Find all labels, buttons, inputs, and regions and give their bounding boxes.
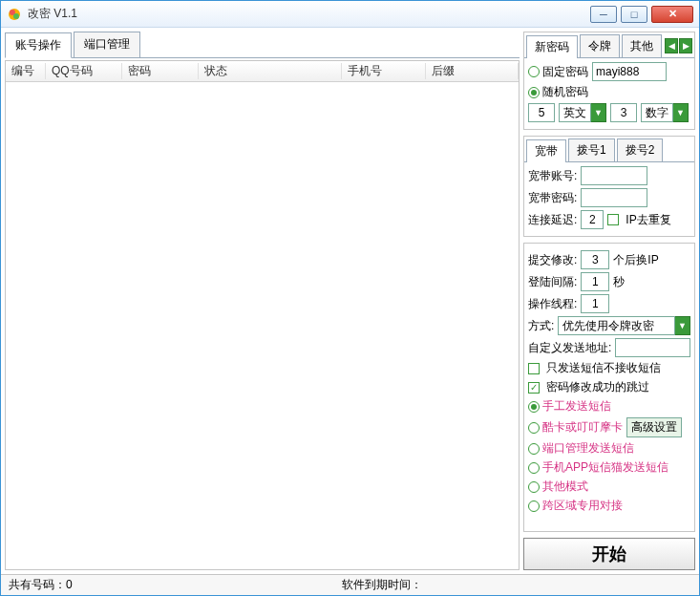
ip-dedup-checkbox[interactable] bbox=[607, 214, 619, 225]
col-status[interactable]: 状态 bbox=[199, 63, 342, 79]
network-panel: 宽带 拨号1 拨号2 宽带账号: 宽带密码: 连接延迟: IP去重复 bbox=[523, 136, 695, 237]
thread-count-input[interactable] bbox=[581, 294, 609, 313]
window-title: 改密 V1.1 bbox=[28, 6, 590, 22]
maximize-button[interactable]: □ bbox=[621, 6, 647, 23]
radio-port-sms[interactable]: 端口管理发送短信 bbox=[528, 440, 634, 457]
radio-random-password[interactable]: 随机密码 bbox=[528, 84, 588, 100]
col-phone[interactable]: 手机号 bbox=[342, 63, 426, 79]
svg-point-2 bbox=[13, 13, 19, 19]
chevron-down-icon[interactable]: ▼ bbox=[675, 316, 690, 335]
radio-other-mode[interactable]: 其他模式 bbox=[528, 479, 588, 495]
chevron-down-icon[interactable]: ▼ bbox=[591, 103, 606, 122]
tab-other[interactable]: 其他 bbox=[622, 34, 662, 57]
broadband-account-input[interactable] bbox=[581, 166, 647, 185]
grid-header: 编号 QQ号码 密码 状态 手机号 后缀 bbox=[6, 61, 519, 82]
password-panel: 新密码 令牌 其他 ◀ ▶ 固定密码 随机密码 英文▼ bbox=[523, 32, 695, 130]
minimize-button[interactable]: ─ bbox=[590, 6, 617, 23]
app-icon bbox=[7, 7, 22, 22]
tab-dial1[interactable]: 拨号1 bbox=[568, 138, 615, 161]
submit-count-input[interactable] bbox=[581, 250, 609, 269]
random-len1-input[interactable] bbox=[528, 103, 555, 122]
mode-select[interactable]: 优先使用令牌改密▼ bbox=[558, 316, 690, 335]
random-type1-select[interactable]: 英文▼ bbox=[559, 103, 606, 122]
tab-dial2[interactable]: 拨号2 bbox=[617, 138, 664, 161]
col-password[interactable]: 密码 bbox=[122, 63, 199, 79]
only-send-sms-checkbox[interactable] bbox=[528, 363, 540, 374]
skip-success-checkbox[interactable]: ✓ bbox=[528, 382, 540, 394]
radio-cross-region[interactable]: 跨区域专用对接 bbox=[528, 498, 623, 514]
titlebar: 改密 V1.1 ─ □ ✕ bbox=[1, 1, 699, 28]
tab-account-ops[interactable]: 账号操作 bbox=[5, 32, 72, 58]
status-expire: 软件到期时间： bbox=[342, 577, 422, 593]
col-suffix[interactable]: 后缀 bbox=[426, 63, 519, 79]
radio-kuka[interactable]: 酷卡或叮叮摩卡 bbox=[528, 419, 623, 436]
advanced-settings-button[interactable]: 高级设置 bbox=[626, 417, 682, 437]
col-index[interactable]: 编号 bbox=[6, 63, 46, 79]
connect-delay-input[interactable] bbox=[581, 210, 604, 229]
login-interval-input[interactable] bbox=[581, 272, 609, 291]
random-type2-select[interactable]: 数字▼ bbox=[641, 103, 689, 122]
broadband-password-input[interactable] bbox=[581, 188, 647, 207]
grid-body bbox=[6, 82, 519, 570]
radio-app-sms[interactable]: 手机APP短信猫发送短信 bbox=[528, 459, 668, 476]
tab-port-mgmt[interactable]: 端口管理 bbox=[74, 32, 140, 57]
account-grid[interactable]: 编号 QQ号码 密码 状态 手机号 后缀 ◀ ▶ bbox=[5, 60, 520, 570]
radio-manual-sms[interactable]: 手工发送短信 bbox=[528, 398, 611, 415]
tab-broadband[interactable]: 宽带 bbox=[526, 139, 566, 162]
chevron-down-icon[interactable]: ▼ bbox=[673, 103, 689, 122]
random-len2-input[interactable] bbox=[610, 103, 637, 122]
left-tabs: 账号操作 端口管理 bbox=[5, 32, 520, 58]
radio-fixed-password[interactable]: 固定密码 bbox=[528, 64, 588, 80]
broadband-account-label: 宽带账号: bbox=[528, 168, 577, 184]
broadband-password-label: 宽带密码: bbox=[528, 190, 577, 206]
tabs-next-icon[interactable]: ▶ bbox=[679, 38, 692, 53]
status-bar: 共有号码：0 软件到期时间： bbox=[1, 574, 699, 595]
close-button[interactable]: ✕ bbox=[651, 6, 693, 23]
col-qq[interactable]: QQ号码 bbox=[46, 63, 122, 79]
tab-new-password[interactable]: 新密码 bbox=[526, 35, 578, 58]
connect-delay-label: 连接延迟: bbox=[528, 212, 577, 228]
tabs-prev-icon[interactable]: ◀ bbox=[665, 38, 678, 53]
status-total: 共有号码：0 bbox=[9, 577, 73, 593]
start-button[interactable]: 开始 bbox=[523, 538, 695, 570]
custom-address-input[interactable] bbox=[615, 338, 690, 357]
fixed-password-input[interactable] bbox=[592, 62, 667, 81]
options-panel: 提交修改:个后换IP 登陆间隔:秒 操作线程: 方式:优先使用令牌改密▼ 自定义… bbox=[523, 243, 695, 532]
tab-token[interactable]: 令牌 bbox=[580, 34, 620, 57]
